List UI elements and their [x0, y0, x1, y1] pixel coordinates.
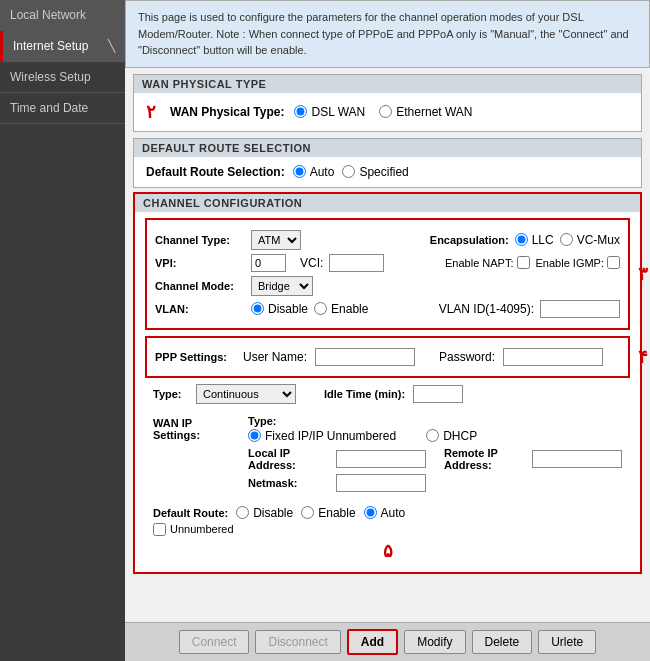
disconnect-button[interactable]: Disconnect [255, 630, 340, 654]
urlete-button[interactable]: Urlete [538, 630, 596, 654]
wan-ip-dhcp-option[interactable]: DHCP [426, 429, 477, 443]
enable-napt-label[interactable]: Enable NAPT: [445, 256, 529, 269]
wan-ethernet-radio[interactable] [379, 105, 392, 118]
step2-number: ۲ [146, 101, 156, 123]
sidebar-item-internet-setup[interactable]: Internet Setup ╲ [0, 31, 125, 62]
vlan-id-input[interactable] [540, 300, 620, 318]
info-bar: This page is used to configure the param… [125, 0, 650, 68]
route-specified-radio[interactable] [342, 165, 355, 178]
vpi-vci-row: VPI: VCI: Enable NAPT: [155, 254, 620, 272]
unnumbered-checkbox[interactable] [153, 523, 166, 536]
local-ip-label: Local IP Address: [248, 447, 328, 471]
channel-config-title: CHANNEL CONFIGURATION [135, 194, 640, 212]
enable-igmp-checkbox[interactable] [607, 256, 620, 269]
ppp-settings-section: PPP Settings: User Name: Password: [145, 336, 630, 378]
route-auto-option[interactable]: Auto [293, 165, 335, 179]
enable-napt-checkbox[interactable] [517, 256, 530, 269]
wan-ip-type-label: Type: [248, 415, 396, 427]
route-specified-option[interactable]: Specified [342, 165, 408, 179]
bottom-bar: Connect Disconnect Add Modify Delete Url… [125, 622, 650, 661]
def-route2-auto[interactable]: Auto [364, 506, 406, 520]
def-route2-enable-radio[interactable] [301, 506, 314, 519]
encapsulation-label: Encapsulation: [430, 234, 509, 246]
channel-mode-select[interactable]: Bridge PPPoE PPPoA IPoE IPoA [251, 276, 313, 296]
password-label: Password: [439, 350, 495, 364]
wan-ip-fixed-option[interactable]: Fixed IP/IP Unnumbered [248, 429, 396, 443]
def-route2-auto-radio[interactable] [364, 506, 377, 519]
remote-ip-label: Remote IP Address: [444, 447, 524, 471]
channel-grid: Channel Type: ATM PTM Encapsulation: [145, 218, 630, 330]
enc-llc-radio[interactable] [515, 233, 528, 246]
ppp-settings-label: PPP Settings: [155, 351, 235, 363]
wan-physical-radio-group: DSL WAN Ethernet WAN [294, 105, 472, 119]
wan-ip-dhcp-radio[interactable] [426, 429, 439, 442]
type-row: Type: Continuous Connect on Demand Manua… [145, 384, 630, 404]
sidebar-item-time-and-date[interactable]: Time and Date [0, 93, 125, 124]
enc-vcmux-option[interactable]: VC-Mux [560, 233, 620, 247]
enable-igmp-label[interactable]: Enable IGMP: [536, 256, 620, 269]
type-select[interactable]: Continuous Connect on Demand Manual [196, 384, 296, 404]
wan-physical-label: WAN Physical Type: [170, 105, 284, 119]
default-route2-row: Default Route: Disable Enable Auto [145, 506, 630, 520]
route-auto-radio[interactable] [293, 165, 306, 178]
sidebar-item-local-network[interactable]: Local Network [0, 0, 125, 31]
sidebar-item-wireless-setup[interactable]: Wireless Setup [0, 62, 125, 93]
password-input[interactable] [503, 348, 603, 366]
vlan-row: VLAN: Disable Enable VL [155, 300, 620, 318]
wan-physical-title: WAN PHYSICAL TYPE [134, 75, 641, 93]
default-route-title: DEFAULT ROUTE SELECTION [134, 139, 641, 157]
vci-label: VCI: [300, 256, 323, 270]
vpi-label: VPI: [155, 257, 245, 269]
channel-mode-row: Channel Mode: Bridge PPPoE PPPoA IPoE IP… [155, 276, 620, 296]
vci-input[interactable] [329, 254, 384, 272]
username-label: User Name: [243, 350, 307, 364]
wan-ethernet-option[interactable]: Ethernet WAN [379, 105, 472, 119]
vlan-label: VLAN: [155, 303, 245, 315]
vlan-id-label: VLAN ID(1-4095): [439, 302, 534, 316]
wan-physical-section: WAN PHYSICAL TYPE ۲ WAN Physical Type: D… [133, 74, 642, 132]
channel-config-section: CHANNEL CONFIGURATION Channel Type: ATM … [133, 192, 642, 574]
vlan-disable-radio[interactable] [251, 302, 264, 315]
channel-type-label: Channel Type: [155, 234, 245, 246]
idle-time-label: Idle Time (min): [324, 388, 405, 400]
wan-ip-section: WAN IP Settings: Type: Fixed IP/IP Unnum… [145, 407, 630, 503]
connect-button[interactable]: Connect [179, 630, 250, 654]
type-label: Type: [153, 388, 188, 400]
vlan-disable-option[interactable]: Disable [251, 302, 308, 316]
wan-ip-fixed-radio[interactable] [248, 429, 261, 442]
remote-ip-input[interactable] [532, 450, 622, 468]
channel-type-select[interactable]: ATM PTM [251, 230, 301, 250]
sidebar: Local Network Internet Setup ╲ Wireless … [0, 0, 125, 661]
vlan-enable-option[interactable]: Enable [314, 302, 368, 316]
wan-dsl-radio[interactable] [294, 105, 307, 118]
unnumbered-row: Unnumbered [145, 523, 630, 536]
step5-number: ۵ [383, 540, 393, 562]
username-input[interactable] [315, 348, 415, 366]
delete-button[interactable]: Delete [472, 630, 533, 654]
local-ip-input[interactable] [336, 450, 426, 468]
channel-type-row: Channel Type: ATM PTM Encapsulation: [155, 230, 620, 250]
netmask-input[interactable] [336, 474, 426, 492]
step4-number: ۴ [638, 346, 648, 368]
default-route-section: DEFAULT ROUTE SELECTION Default Route Se… [133, 138, 642, 188]
enc-llc-option[interactable]: LLC [515, 233, 554, 247]
step3-number: ۳ [638, 263, 648, 285]
idle-time-input[interactable] [413, 385, 463, 403]
channel-mode-label: Channel Mode: [155, 280, 245, 292]
wan-ip-label: WAN IP Settings: [153, 415, 240, 495]
vlan-enable-radio[interactable] [314, 302, 327, 315]
def-route2-disable-radio[interactable] [236, 506, 249, 519]
vpi-input[interactable] [251, 254, 286, 272]
def-route2-disable[interactable]: Disable [236, 506, 293, 520]
netmask-label: Netmask: [248, 477, 328, 489]
main-content: This page is used to configure the param… [125, 0, 650, 661]
wan-dsl-option[interactable]: DSL WAN [294, 105, 365, 119]
def-route2-enable[interactable]: Enable [301, 506, 355, 520]
add-button[interactable]: Add [347, 629, 398, 655]
default-route2-label: Default Route: [153, 507, 228, 519]
modify-button[interactable]: Modify [404, 630, 465, 654]
enc-vcmux-radio[interactable] [560, 233, 573, 246]
default-route-label: Default Route Selection: [146, 165, 285, 179]
